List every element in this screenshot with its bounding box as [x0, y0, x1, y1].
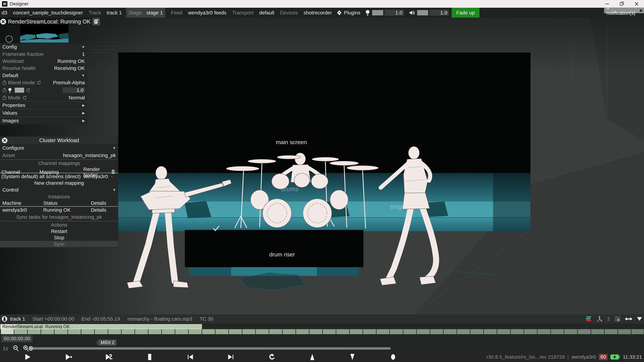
track-timecode-format[interactable]: TC 30 [200, 316, 214, 322]
reset-undo-icon[interactable] [22, 95, 27, 100]
collapse-track-icon[interactable] [636, 317, 642, 321]
brightness-value[interactable]: 1.0 [384, 10, 404, 16]
framerate-fraction-row[interactable]: Framerate fraction 1 [0, 51, 87, 58]
timeline-track-cells[interactable] [0, 329, 644, 334]
next-section-button[interactable] [227, 353, 234, 361]
track-start[interactable]: Start +00:00:00.00 [32, 316, 74, 322]
play-to-cue-button[interactable] [65, 353, 72, 361]
window-title: Designer [10, 1, 28, 6]
cluster-panel-header[interactable]: Cluster Workload [0, 137, 118, 144]
track-name[interactable]: track 1 [10, 316, 25, 322]
restart-button[interactable]: Restart [0, 228, 118, 234]
close-panel-icon[interactable] [0, 18, 6, 25]
version-label: r30.8.5_feature/rs_loc...rev 219729 [486, 354, 565, 360]
track-end[interactable]: End -00:05:55.19 [82, 316, 120, 322]
asset-row[interactable]: Asset hexagon_instancing_pk [0, 152, 118, 159]
title-bar: Designer [0, 0, 644, 8]
blend-mode-value: Premult-Alpha [53, 80, 85, 85]
notes-add-icon[interactable] [92, 18, 100, 25]
record-button[interactable] [390, 353, 397, 361]
axis-gizmo-icon[interactable] [596, 316, 603, 322]
app-icon [2, 1, 8, 6]
screens-icon[interactable] [614, 316, 620, 322]
values-row[interactable]: Values ▶ [0, 109, 87, 117]
workload-row[interactable]: Workload Running OK [0, 58, 87, 65]
mode-value: Normal [68, 95, 85, 100]
fade-up-button[interactable]: Fade up [452, 8, 480, 18]
opacity-value[interactable]: 1.0 [63, 87, 85, 93]
reset-undo-icon[interactable] [26, 88, 30, 92]
images-row[interactable]: Images ▶ [0, 117, 87, 124]
horizontal-resize-icon[interactable] [625, 317, 632, 322]
properties-label: Properties [2, 102, 25, 108]
blend-mode-row[interactable]: Blend mode Premult-Alpha [0, 79, 87, 86]
menu-transport-value[interactable]: default [259, 10, 274, 15]
volume-value[interactable]: 1.0 [430, 10, 449, 16]
menu-track-value[interactable]: track 1 [107, 10, 122, 15]
receive-health-row[interactable]: Receive health Receiving OK [0, 65, 87, 72]
track-bar: track 1 Start +00:00:00.00 End -00:05:55… [0, 314, 644, 324]
timeline-scrollbar[interactable] [29, 347, 391, 350]
instance-table-row[interactable]: wendya3r0 Running OK Details [0, 207, 118, 213]
return-to-start-button[interactable] [268, 353, 275, 361]
zoom-out-icon[interactable] [12, 345, 20, 352]
timeline-scrollbar-knob[interactable] [28, 346, 33, 351]
cluster-panel-title: Cluster Workload [8, 137, 110, 143]
menu-transport[interactable]: Transport [232, 10, 254, 15]
close-panel-icon[interactable] [2, 137, 8, 143]
layer-count: 2 [607, 316, 610, 322]
stop-button[interactable]: Stop [0, 234, 118, 241]
playhead-timecode[interactable]: 00:00:00.00 [1, 335, 32, 342]
menu-stage-value[interactable]: stage 1 [146, 10, 163, 15]
control-section-header[interactable]: Control ▼ [0, 186, 118, 194]
layers-icon[interactable] [586, 316, 592, 322]
move-down-button[interactable] [349, 353, 356, 361]
default-section-header[interactable]: Default ▼ [0, 72, 87, 79]
renderstream-clip[interactable]: RenderStreamLocal: Running OK [0, 324, 202, 329]
volume-slider[interactable] [417, 10, 428, 15]
designer-app: Designer d3 concert_sample_touchdesigner… [0, 0, 644, 362]
opacity-row[interactable]: 1.0 [0, 86, 87, 94]
menu-project[interactable]: concert_sample_touchdesigner [13, 10, 83, 15]
opacity-slider[interactable] [15, 88, 24, 93]
menu-plugins[interactable]: Plugins [344, 10, 360, 15]
stop-button[interactable] [146, 353, 153, 361]
menu-feed[interactable]: Feed [171, 10, 182, 15]
mapping-table-row[interactable]: (System default) all screens (direct) we… [0, 173, 118, 180]
hexagon-preview-render [20, 24, 68, 42]
menu-feed-value[interactable]: wendya3r0 feeds [188, 10, 226, 15]
instance-status-value: Running OK [43, 207, 91, 213]
mapping-table-header: Channel Mapping Render Nodes [0, 166, 118, 173]
new-channel-mapping-button[interactable]: New channel mapping [0, 180, 118, 186]
previous-section-button[interactable] [186, 353, 194, 361]
config-section-header[interactable]: Config ▼ [0, 43, 87, 51]
brightness-slider[interactable] [372, 10, 383, 15]
configure-header-label: Configure [2, 145, 24, 151]
mapping-remove-button[interactable]: - [111, 174, 117, 179]
images-expand-icon: ▶ [82, 119, 85, 123]
menu-stage[interactable]: Stage [128, 10, 142, 15]
configure-section-header[interactable]: Configure ▼ [0, 144, 118, 152]
track-audio-file[interactable]: monarchy - floating cars.mp3 [128, 316, 192, 322]
menu-devices-value[interactable]: shotrecorder [304, 10, 332, 15]
menu-track[interactable]: Track [88, 10, 101, 15]
move-up-button[interactable] [308, 353, 316, 361]
track-keyhole-icon[interactable] [1, 316, 8, 322]
keyframe-stopwatch-icon[interactable] [2, 88, 7, 92]
properties-expand-icon: ▶ [82, 103, 85, 107]
reset-undo-icon[interactable] [36, 80, 41, 85]
menu-d3[interactable]: d3 [2, 10, 7, 15]
menu-devices[interactable]: Devices [280, 10, 298, 15]
keyframe-stopwatch-icon[interactable] [2, 95, 7, 100]
renderstream-preview-thumbnail[interactable] [20, 24, 68, 42]
properties-row[interactable]: Properties ▶ [0, 101, 87, 109]
play-loop-button[interactable] [105, 353, 112, 361]
keyframe-stopwatch-icon[interactable] [2, 80, 7, 85]
channel-mappings-title: Channel mappings [0, 160, 118, 166]
mode-row[interactable]: Mode Normal [0, 94, 87, 101]
instance-details-link[interactable]: Details [91, 207, 116, 213]
play-button[interactable] [24, 353, 31, 361]
notification-badge[interactable]: 0 notification(s) ▶ [604, 7, 644, 13]
sync-button[interactable]: Sync [0, 241, 118, 247]
midi-marker[interactable]: MIDI 2 [98, 340, 116, 346]
